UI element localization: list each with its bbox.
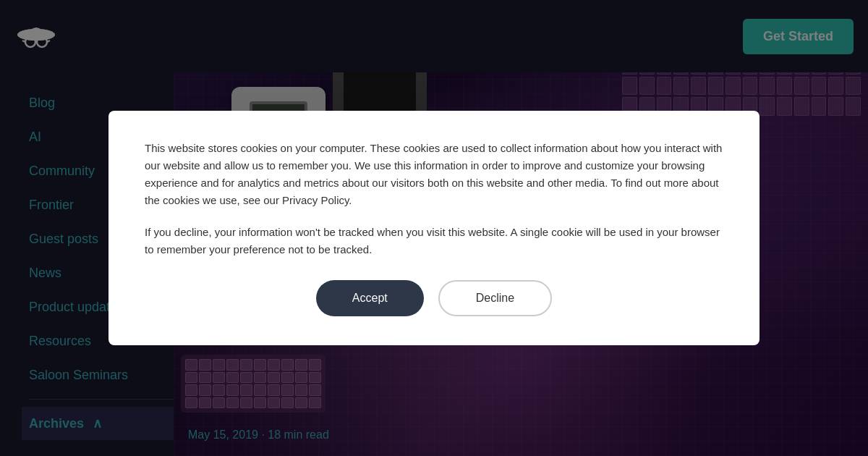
cookie-paragraph-1: This website stores cookies on your comp… — [145, 140, 723, 209]
accept-button[interactable]: Accept — [316, 280, 424, 316]
cookie-modal: This website stores cookies on your comp… — [109, 111, 760, 345]
overlay-backdrop: This website stores cookies on your comp… — [0, 0, 868, 456]
decline-button[interactable]: Decline — [438, 280, 552, 316]
cookie-paragraph-2: If you decline, your information won't b… — [145, 224, 723, 258]
cookie-buttons: Accept Decline — [145, 280, 723, 316]
